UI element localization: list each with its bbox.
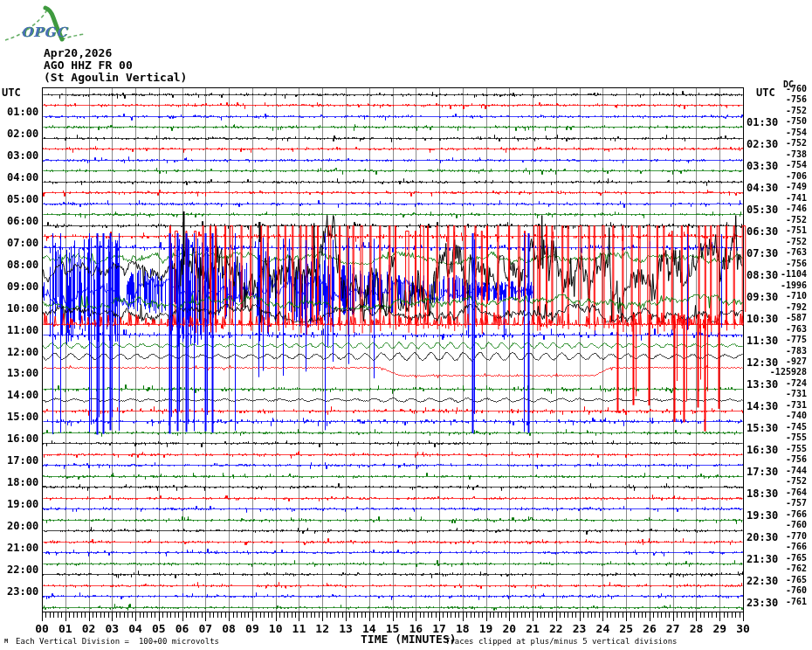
- left-time-label: 11:00: [7, 325, 38, 335]
- left-time-label: 10:00: [7, 303, 38, 314]
- dc-value: -710: [719, 292, 807, 301]
- dc-value: -766: [719, 543, 807, 551]
- minute-label: 29: [712, 623, 726, 634]
- minute-label: 06: [175, 623, 189, 634]
- x-axis-title: TIME (MINUTES): [361, 633, 457, 645]
- dc-value: -740: [719, 411, 807, 420]
- minute-label: 12: [315, 623, 329, 634]
- dc-value: -927: [719, 357, 807, 366]
- left-time-label: 16:00: [7, 433, 38, 444]
- opgc-logo-text: OPGC: [21, 24, 67, 40]
- dc-value: -783: [719, 347, 807, 356]
- left-time-label: 12:00: [7, 347, 38, 357]
- dc-value: -754: [719, 161, 807, 169]
- dc-value: -752: [719, 238, 807, 246]
- minute-label: 03: [105, 623, 119, 634]
- dc-value: -761: [719, 598, 807, 606]
- dc-value: -755: [719, 445, 807, 453]
- minute-label: 09: [245, 623, 259, 634]
- header-station-description: (St Agoulin Vertical): [44, 72, 187, 83]
- dc-value: -770: [719, 532, 807, 541]
- left-time-label: 19:00: [7, 499, 38, 509]
- dc-value: -744: [719, 467, 807, 475]
- dc-value: -752: [719, 107, 807, 115]
- dc-value: -706: [719, 172, 807, 181]
- left-time-label: 20:00: [7, 521, 38, 531]
- dc-value: -766: [719, 510, 807, 519]
- left-time-label: 01:00: [7, 107, 38, 117]
- dc-value: -763: [719, 248, 807, 257]
- dc-value: -752: [719, 216, 807, 225]
- minute-label: 21: [526, 623, 540, 634]
- minute-label: 24: [596, 623, 610, 634]
- dc-value: -1996: [719, 281, 807, 290]
- footer-division-note: Each Vertical Division = 100+00 microvol…: [16, 638, 219, 646]
- dc-value: -741: [719, 194, 807, 203]
- left-time-label: 05:00: [7, 194, 38, 204]
- minute-label: 11: [292, 623, 306, 634]
- dc-value: -756: [719, 95, 807, 104]
- dc-value: -746: [719, 204, 807, 213]
- dc-value: -756: [719, 455, 807, 464]
- seismogram-canvas: [0, 0, 812, 650]
- dc-value: -1104: [719, 270, 807, 279]
- dc-value: -125928: [719, 368, 807, 377]
- dc-value: -750: [719, 117, 807, 126]
- minute-label: 07: [199, 623, 213, 634]
- dc-value: -765: [719, 576, 807, 584]
- header-station-code: AGO HHZ FR 00: [44, 59, 133, 71]
- dc-value: -762: [719, 564, 807, 573]
- minute-label: 18: [456, 623, 470, 634]
- dc-value: -731: [719, 401, 807, 410]
- dc-value: -751: [719, 226, 807, 235]
- minute-label: 19: [479, 623, 493, 634]
- dc-value: -765: [719, 554, 807, 563]
- minute-label: 04: [128, 623, 142, 634]
- dc-value: -738: [719, 150, 807, 159]
- dc-value: -792: [719, 303, 807, 312]
- left-time-label: 06:00: [7, 216, 38, 226]
- footer-clip-note: Traces clipped at plus/minus 5 vertical …: [445, 638, 678, 646]
- left-time-label: 18:00: [7, 477, 38, 488]
- left-time-label: 14:00: [7, 390, 38, 400]
- minute-label: 28: [690, 623, 704, 634]
- left-time-label: 22:00: [7, 564, 38, 575]
- utc-label-left: UTC: [2, 87, 21, 98]
- left-time-label: 09:00: [7, 281, 38, 292]
- minute-label: 01: [58, 623, 72, 634]
- minute-label: 05: [152, 623, 166, 634]
- dc-value: -775: [719, 335, 807, 344]
- left-time-label: 21:00: [7, 543, 38, 553]
- header-date: Apr20,2026: [44, 47, 112, 59]
- minute-label: 20: [503, 623, 517, 634]
- dc-value: -749: [719, 183, 807, 191]
- helicorder-page: OPGC Apr20,2026 AGO HHZ FR 00 (St Agouli…: [0, 0, 812, 650]
- minute-label: 13: [339, 623, 353, 634]
- left-time-label: 04:00: [7, 172, 38, 183]
- dc-value: -745: [719, 423, 807, 432]
- dc-value: -752: [719, 139, 807, 148]
- minute-label: 26: [643, 623, 657, 634]
- left-time-label: 15:00: [7, 411, 38, 422]
- dc-value: -756: [719, 259, 807, 268]
- minute-label: 02: [82, 623, 96, 634]
- left-time-label: 23:00: [7, 586, 38, 597]
- dc-value: -763: [719, 325, 807, 334]
- dc-value: -731: [719, 390, 807, 398]
- footer-mark: M: [4, 639, 8, 645]
- dc-value: -754: [719, 128, 807, 137]
- dc-value: -764: [719, 488, 807, 497]
- dc-value: -752: [719, 477, 807, 486]
- minute-label: 23: [573, 623, 587, 634]
- dc-value: -757: [719, 499, 807, 508]
- minute-label: 25: [619, 623, 633, 634]
- minute-label: 30: [736, 623, 750, 634]
- dc-value: -760: [719, 521, 807, 529]
- left-time-label: 07:00: [7, 238, 38, 248]
- left-time-label: 03:00: [7, 150, 38, 161]
- dc-value: -760: [719, 85, 807, 93]
- dc-value: -587: [719, 314, 807, 322]
- minute-label: 00: [35, 623, 49, 634]
- dc-value: -755: [719, 433, 807, 442]
- left-time-label: 02:00: [7, 128, 38, 139]
